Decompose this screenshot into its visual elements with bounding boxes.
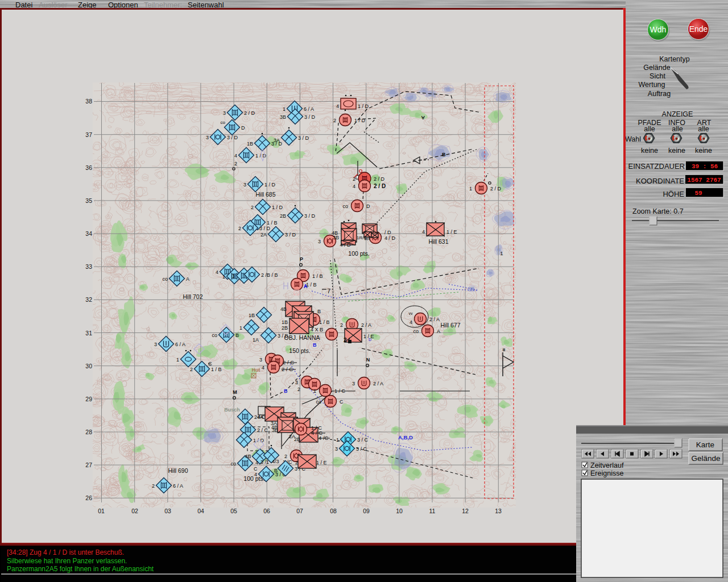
svg-text:1 / E: 1 / E bbox=[446, 229, 457, 235]
svg-text:4: 4 bbox=[216, 269, 218, 275]
svg-text:2: 2 bbox=[340, 322, 343, 328]
svg-text:08: 08 bbox=[330, 508, 337, 514]
svg-text:3B: 3B bbox=[272, 427, 278, 433]
svg-text:3 / D: 3 / D bbox=[304, 213, 316, 219]
svg-text:05: 05 bbox=[230, 508, 237, 514]
svg-text:2B: 2B bbox=[294, 436, 300, 442]
svg-text:C: C bbox=[340, 399, 344, 405]
svg-text:3 /1: 3 /1 bbox=[260, 459, 269, 465]
svg-text:EINSATZDAUER: EINSATZDAUER bbox=[628, 162, 685, 171]
svg-text:KOORDINATE: KOORDINATE bbox=[636, 177, 684, 185]
svg-text:3: 3 bbox=[259, 357, 262, 363]
svg-text:B: B bbox=[274, 468, 278, 473]
svg-text:31: 31 bbox=[85, 330, 92, 336]
svg-text:06: 06 bbox=[263, 508, 270, 514]
svg-text:Busch: Busch bbox=[224, 407, 240, 413]
svg-text:13: 13 bbox=[495, 508, 502, 514]
svg-text:B: B bbox=[313, 342, 317, 348]
svg-text:Auftrag: Auftrag bbox=[648, 90, 671, 98]
svg-text:D: D bbox=[369, 338, 371, 342]
svg-text:A: A bbox=[186, 276, 189, 282]
svg-text:B: B bbox=[235, 332, 239, 338]
svg-text:3 / D: 3 / D bbox=[259, 226, 271, 231]
svg-text:2: 2 bbox=[295, 460, 298, 465]
svg-text:4: 4 bbox=[422, 229, 425, 235]
svg-text:3 / D: 3 / D bbox=[298, 135, 309, 141]
svg-text:26: 26 bbox=[85, 494, 92, 501]
svg-text:2A: 2A bbox=[260, 232, 267, 238]
svg-text:3: 3 bbox=[243, 182, 246, 188]
svg-text:04: 04 bbox=[197, 508, 204, 514]
svg-text:co: co bbox=[162, 276, 168, 282]
svg-text:II: II bbox=[503, 347, 505, 352]
svg-text:2 /B / B: 2 /B / B bbox=[261, 272, 278, 278]
svg-text:1 / B: 1 / B bbox=[211, 367, 222, 372]
svg-text:1 / C: 1 / C bbox=[334, 388, 346, 394]
svg-text:36: 36 bbox=[85, 164, 92, 171]
svg-text:4 / D: 4 / D bbox=[384, 235, 396, 241]
svg-text:A,B,D: A,B,D bbox=[398, 434, 413, 440]
svg-text:1: 1 bbox=[469, 186, 472, 192]
svg-text:38: 38 bbox=[85, 98, 92, 105]
svg-text:B: B bbox=[317, 309, 321, 314]
svg-text:33: 33 bbox=[85, 263, 92, 270]
svg-text:A: A bbox=[304, 283, 308, 289]
svg-text:4 X B: 4 X B bbox=[311, 327, 323, 332]
svg-text:11: 11 bbox=[429, 508, 436, 514]
svg-text:2 / C: 2 / C bbox=[257, 427, 268, 433]
svg-text:P: P bbox=[300, 256, 303, 262]
svg-text:3: 3 bbox=[154, 342, 157, 347]
svg-text:Hill 702: Hill 702 bbox=[183, 293, 202, 300]
svg-text:2B: 2B bbox=[282, 325, 288, 331]
svg-text:1: 1 bbox=[500, 250, 503, 256]
svg-text:3 / D: 3 / D bbox=[285, 232, 296, 238]
svg-text:Zoom Karte: 0.7: Zoom Karte: 0.7 bbox=[632, 207, 684, 215]
svg-text:1B: 1B bbox=[282, 319, 288, 325]
svg-text:3: 3 bbox=[335, 446, 338, 452]
svg-text:07: 07 bbox=[296, 508, 303, 514]
svg-text:1: 1 bbox=[283, 106, 286, 112]
svg-text:4/3: 4/3 bbox=[272, 459, 279, 464]
svg-text:#R: #R bbox=[365, 236, 370, 242]
svg-text:35: 35 bbox=[85, 197, 92, 204]
svg-text:3: 3 bbox=[232, 273, 235, 279]
svg-text:2 / A: 2 / A bbox=[361, 322, 371, 328]
svg-text:3 / C: 3 / C bbox=[357, 437, 369, 443]
svg-text:4: 4 bbox=[255, 460, 258, 465]
svg-text:2 / D: 2 / D bbox=[490, 186, 502, 192]
svg-text:01: 01 bbox=[98, 508, 105, 514]
svg-text:B: B bbox=[284, 388, 288, 394]
svg-text:2: 2 bbox=[284, 454, 287, 459]
svg-text:1567 2767: 1567 2767 bbox=[687, 177, 721, 184]
svg-text:29: 29 bbox=[85, 396, 92, 402]
svg-text:1 / D: 1 / D bbox=[272, 205, 283, 210]
svg-text:Hill 631: Hill 631 bbox=[428, 238, 448, 245]
svg-text:Ende: Ende bbox=[689, 24, 708, 34]
svg-text:1 / D: 1 / D bbox=[354, 118, 366, 123]
svg-text:Kartentyp: Kartentyp bbox=[659, 55, 690, 63]
svg-text:D: D bbox=[366, 203, 370, 209]
svg-text:OBJ. HANNA: OBJ. HANNA bbox=[284, 334, 320, 341]
svg-text:1: 1 bbox=[336, 437, 339, 443]
svg-text:4 / D: 4 / D bbox=[340, 242, 351, 248]
svg-text:12: 12 bbox=[462, 508, 469, 514]
svg-text:Wahl: Wahl bbox=[626, 135, 641, 143]
svg-text:30: 30 bbox=[85, 363, 92, 369]
svg-text:3: 3 bbox=[206, 135, 209, 140]
svg-text:1 / B: 1 / B bbox=[306, 282, 317, 288]
svg-text:/ D: / D bbox=[384, 230, 391, 235]
svg-text:1: 1 bbox=[176, 357, 179, 363]
svg-text:1 / B: 1 / B bbox=[267, 220, 278, 226]
svg-text:1 / E: 1 / E bbox=[316, 460, 327, 465]
svg-text:2: 2 bbox=[234, 161, 237, 167]
svg-text:3B: 3B bbox=[333, 235, 339, 240]
svg-text:37: 37 bbox=[85, 131, 92, 138]
svg-text:C: C bbox=[254, 466, 258, 472]
svg-text:3 / D: 3 / D bbox=[227, 135, 238, 140]
svg-text:03: 03 bbox=[164, 508, 171, 514]
svg-text:2: 2 bbox=[353, 176, 355, 182]
svg-text:Zeitverlauf: Zeitverlauf bbox=[590, 462, 624, 469]
svg-text:09: 09 bbox=[363, 508, 370, 514]
svg-text:3: 3 bbox=[352, 381, 355, 386]
svg-text:3 / D: 3 / D bbox=[304, 114, 316, 120]
